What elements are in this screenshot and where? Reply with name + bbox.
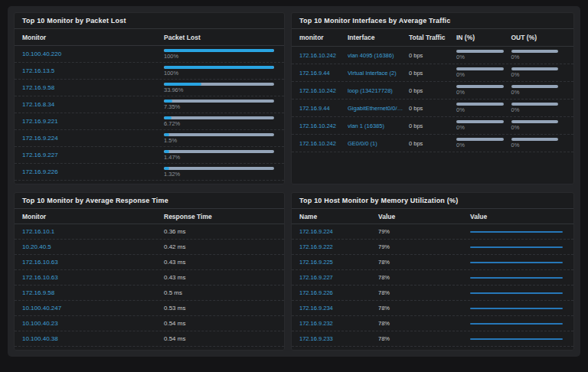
progress-track [456,120,504,123]
memory-sparkline [470,277,563,279]
monitor-link[interactable]: 172.16.8.34 [22,101,164,108]
memory-sparkline [470,231,563,233]
interface-link[interactable]: vlan 1 (16385) [348,122,409,129]
progress-fill [164,49,274,52]
monitor-link[interactable]: 172.16.10.242 [299,87,348,94]
progress-fill [164,83,201,86]
table-row: 172.16.9.23478% [292,301,573,316]
host-link[interactable]: 172.16.9.234 [299,305,378,312]
progress-track [511,85,559,88]
out-traffic-bar-cell: 0% [511,103,567,113]
progress-track [164,66,274,69]
packet-lost-bar-cell: 1.32% [164,167,276,178]
monitor-link[interactable]: 10.100.40.220 [22,51,164,57]
col-header-monitor: Monitor [22,34,164,41]
monitor-link[interactable]: 172.16.10.242 [299,140,348,147]
progress-track [164,49,274,52]
memory-sparkline-cell [470,308,566,309]
table-row: 10.100.40.220100% [15,46,284,63]
memory-value: 78% [378,289,470,296]
response-time-value: 0.42 ms [164,243,276,250]
monitor-link[interactable]: 172.16.10.63 [22,274,164,281]
interface-link[interactable]: vlan 4095 (16386) [348,52,409,59]
progress-track [164,83,274,86]
progress-track [164,133,274,136]
progress-track [511,120,559,123]
monitor-link[interactable]: 172.16.9.227 [22,152,164,158]
percent-label: 0% [456,142,504,148]
monitor-link[interactable]: 172.16.9.226 [22,168,164,175]
memory-value: 79% [378,228,470,235]
col-header-packet-lost: Packet Lost [164,34,276,41]
interface-link[interactable]: loop (134217728) [348,87,409,94]
table-row: 10.100.40.230.54 ms [15,316,284,331]
percent-label: 1.47% [164,155,274,161]
table-row: 10.100.40.2470.53 ms [15,301,284,316]
interface-link[interactable]: GE0/0/0 (1) [348,140,409,147]
col-header-interface: Interface [348,34,409,41]
host-link[interactable]: 172.16.9.226 [299,289,378,296]
host-link[interactable]: 172.16.9.222 [299,243,378,250]
in-traffic-bar-cell: 0% [456,85,511,96]
monitor-link[interactable]: 172.16.10.242 [299,122,348,129]
table-row: 172.16.9.2216.72% [15,113,284,130]
host-link[interactable]: 172.16.9.224 [299,228,378,235]
interface-link[interactable]: GigabitEthernet0/0/1... [348,105,409,112]
response-time-value: 0.36 ms [164,228,276,235]
monitor-link[interactable]: 10.20.40.5 [22,243,164,250]
host-link[interactable]: 172.16.9.225 [299,259,378,266]
col-header-value: Value [378,213,470,220]
table-row: 10.100.40.380.54 ms [15,331,284,347]
col-header-total-traffic: Total Traffic [409,34,456,41]
total-traffic-value: 0 bps [409,122,456,129]
packet-lost-bar-cell: 100% [164,49,276,60]
col-header-name: Name [299,213,378,220]
out-traffic-bar-cell: 0% [511,67,567,78]
panel-memory-utilization: Top 10 Host Monitor by Memory Utilizatio… [291,192,574,351]
table-header-memory-utilization: Name Value Value [292,209,573,224]
percent-label: 100% [164,54,274,60]
out-traffic-bar-cell: 0% [511,85,567,96]
in-traffic-bar-cell: 0% [456,120,511,131]
percent-label: 0% [456,125,504,131]
progress-track [456,138,504,141]
table-row: 172.16.10.242GE0/0/0 (1)0 bps0%0% [292,135,573,152]
host-link[interactable]: 172.16.9.232 [299,320,378,327]
progress-track [456,50,504,53]
monitor-link[interactable]: 172.16.9.58 [22,289,164,296]
packet-lost-bar-cell: 100% [164,66,276,77]
monitor-link[interactable]: 172.16.9.224 [22,135,164,142]
memory-sparkline [470,262,563,263]
table-row: 172.16.10.242vlan 1 (16385)0 bps0%0% [292,117,573,135]
memory-value: 78% [378,335,470,342]
panel-avg-traffic: Top 10 Monitor Interfaces by Average Tra… [291,12,574,184]
table-row: 172.16.9.44Virtual Interface (2)0 bps0%0… [292,64,573,82]
progress-track [456,103,504,106]
monitor-link[interactable]: 172.16.13.5 [22,67,164,74]
progress-track [511,67,559,70]
out-traffic-bar-cell: 0% [511,120,567,131]
host-link[interactable]: 172.16.9.233 [299,335,378,342]
monitor-link[interactable]: 10.100.40.38 [22,335,164,342]
monitor-link[interactable]: 172.16.9.221 [22,118,164,125]
monitor-link[interactable]: 172.16.10.242 [299,52,348,59]
response-time-value: 0.5 ms [164,289,276,296]
monitor-link[interactable]: 172.16.10.63 [22,259,164,266]
progress-track [164,150,274,153]
monitor-link[interactable]: 10.100.40.23 [22,320,164,327]
monitor-link[interactable]: 172.16.9.44 [299,105,348,112]
percent-label: 7.35% [164,104,274,110]
progress-fill [164,116,172,119]
monitor-link[interactable]: 172.16.9.58 [22,84,164,91]
col-header-in-pct: IN (%) [456,34,511,41]
monitor-link[interactable]: 172.16.9.44 [299,70,348,77]
monitor-link[interactable]: 172.16.10.1 [22,228,164,235]
percent-label: 33.96% [164,87,274,93]
progress-track [511,103,559,106]
interface-link[interactable]: Virtual Interface (2) [348,70,409,77]
host-link[interactable]: 172.16.9.227 [299,274,378,281]
total-traffic-value: 0 bps [409,105,456,112]
monitor-link[interactable]: 10.100.40.247 [22,305,164,312]
percent-label: 0% [511,125,559,131]
progress-track [164,167,274,170]
